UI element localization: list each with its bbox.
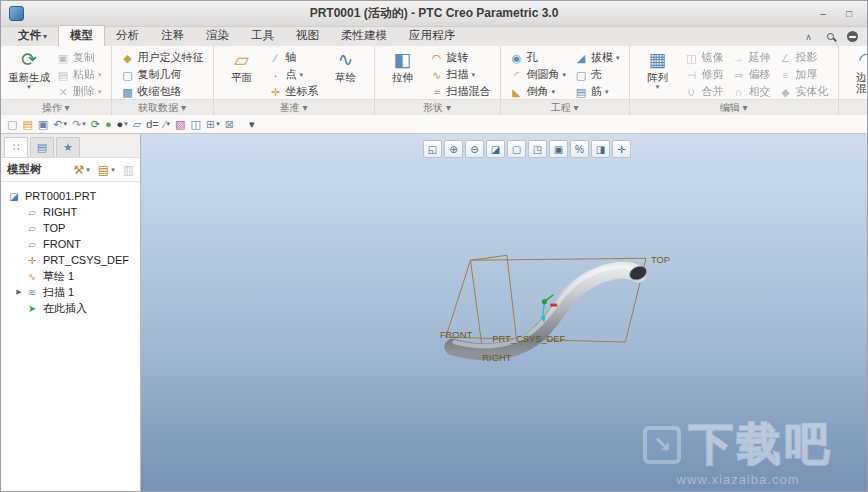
ribbon-button-thicken[interactable]: ≡加厚 [777, 66, 831, 83]
ribbon-button-copy-geometry[interactable]: ▢复制几何 [119, 66, 206, 83]
ribbon-button-axis[interactable]: ∕轴 [267, 49, 321, 66]
tree-item-prt_csys_def[interactable]: ✛PRT_CSYS_DEF [1, 252, 140, 268]
tab-view[interactable]: 视图 [285, 26, 330, 46]
ribbon-button-round[interactable]: ◜倒圆角▾ [508, 66, 569, 83]
datum-label-top[interactable]: TOP [651, 255, 670, 265]
measure-button[interactable]: ∕▾ [164, 117, 170, 132]
open-icon: ▤ [22, 117, 32, 132]
datum-label-csys[interactable]: PRT_CSYS_DEF [492, 334, 565, 344]
tab-annotate[interactable]: 注释 [150, 26, 195, 46]
search-icon[interactable] [824, 30, 837, 43]
ribbon-button-delete[interactable]: ✕删除▾ [54, 83, 104, 100]
ribbon-group-editing: ▦阵列▾◫镜像⊣修剪∪合并→延伸⇒偏移∩相交∠投影≡加厚◆实体化编辑 ▾ [630, 46, 839, 114]
ribbon-button-sketch[interactable]: ∿草绘 [323, 48, 369, 83]
paste-icon: ▤ [56, 68, 70, 82]
tree-item-top[interactable]: ▱TOP [1, 220, 140, 236]
ribbon-group-label-get-data[interactable]: 获取数据 ▾ [112, 99, 213, 115]
chamfer-icon: ◣ [510, 85, 524, 99]
collapse-ribbon-icon[interactable]: ∧ [802, 30, 815, 43]
tab-analysis[interactable]: 分析 [105, 26, 150, 46]
ribbon-button-extrude[interactable]: ◧拉伸 [380, 48, 426, 83]
expander-icon[interactable]: ▶ [13, 288, 25, 296]
ribbon-group-label-engineering[interactable]: 工程 ▾ [501, 99, 629, 115]
open-button[interactable]: ▤ [22, 117, 32, 132]
ribbon-group-label-surfaces[interactable]: 曲面 ▾ [839, 99, 868, 115]
ribbon-button-intersect[interactable]: ∩相交 [730, 83, 773, 100]
ribbon-button-revolve[interactable]: ◠旋转 [428, 49, 493, 66]
ribbon-button-coordinate-system[interactable]: ✛坐标系 [267, 83, 321, 100]
ribbon-button-shrinkwrap[interactable]: ▩收缩包络 [119, 83, 206, 100]
toolbar-options-button[interactable]: ▾ [249, 117, 255, 132]
save-button[interactable]: ▣ [38, 117, 48, 132]
redo-button[interactable]: ↷▾ [72, 117, 86, 132]
section-plane-button[interactable]: ▱ [133, 117, 141, 132]
model-tree-tab[interactable]: ∷ [4, 137, 28, 157]
tab-applications[interactable]: 应用程序 [398, 26, 466, 46]
ribbon-button-extend[interactable]: →延伸 [730, 49, 773, 66]
appearance-gallery-button[interactable]: ●▾ [117, 117, 128, 132]
ribbon-button-user-defined-feature[interactable]: ◆用户定义特征 [119, 49, 206, 66]
ribbon-button-shell[interactable]: ▢壳 [572, 66, 622, 83]
minimize-button[interactable]: – [815, 8, 831, 19]
close-window-button[interactable]: ⊠ [225, 117, 234, 132]
ribbon-button-regenerate[interactable]: ⟳重新生成▾ [6, 48, 52, 90]
ribbon-button-datum-plane[interactable]: ▱平面 [219, 48, 265, 83]
favorites-tab[interactable]: ★ [56, 137, 80, 157]
window-controls: –□ [815, 8, 867, 19]
3d-model-view[interactable]: TOP FRONT RIGHT PRT_CSYS_DEF [141, 134, 867, 491]
parameters-button[interactable]: d= [146, 117, 159, 132]
tree-item-在此插入[interactable]: ➤在此插入 [1, 300, 140, 316]
ribbon-button-draft[interactable]: ◢拔模▾ [572, 49, 622, 66]
ribbon-button-point[interactable]: ∙点▾ [267, 66, 321, 83]
tab-render[interactable]: 渲染 [195, 26, 240, 46]
creo-app-icon[interactable] [9, 6, 24, 21]
tab-flexible-modeling[interactable]: 柔性建模 [330, 26, 398, 46]
ribbon-button-trim[interactable]: ⊣修剪 [683, 66, 726, 83]
ribbon-button-copy[interactable]: ▣复制 [54, 49, 104, 66]
ribbon-button-sweep[interactable]: ∿扫描▾ [428, 66, 493, 83]
image-capture-button[interactable]: ▧ [175, 117, 185, 132]
windows-button[interactable]: ⊞▾ [206, 117, 220, 132]
render-scene-button[interactable]: ● [105, 117, 112, 132]
tab-tools[interactable]: 工具 [240, 26, 285, 46]
ribbon-button-swept-blend[interactable]: ≈扫描混合 [428, 83, 493, 100]
tab-file[interactable]: 文件▾ [7, 26, 58, 46]
datum-label-right[interactable]: RIGHT [482, 353, 511, 363]
ribbon-button-mirror[interactable]: ◫镜像 [683, 49, 726, 66]
maximize-button[interactable]: □ [841, 8, 857, 19]
ribbon-button-pattern[interactable]: ▦阵列▾ [635, 48, 681, 90]
folder-browser-tab[interactable]: ▤ [30, 137, 54, 157]
tree-item-label: 在此插入 [43, 301, 87, 316]
tree-item-草绘-1[interactable]: ∿草绘 1 [1, 268, 140, 284]
delete-icon: ✕ [56, 85, 70, 99]
tree-settings-icon[interactable]: ⚒▾ [74, 163, 90, 177]
tree-item-扫描-1[interactable]: ▶≋扫描 1 [1, 284, 140, 300]
ribbon-button-paste[interactable]: ▤粘贴▾ [54, 66, 104, 83]
tree-item-prt0001.prt[interactable]: ◪PRT0001.PRT [1, 188, 140, 204]
graphics-area[interactable]: ◱⊕⊖◪▢◳▣%◨✛ [141, 134, 867, 491]
model-display-button[interactable]: ◫ [191, 117, 201, 132]
datum-label-front[interactable]: FRONT [440, 330, 473, 340]
ribbon-group-label-editing[interactable]: 编辑 ▾ [630, 99, 838, 115]
ribbon-button-solidify[interactable]: ◆实体化 [777, 83, 831, 100]
ribbon-button-offset[interactable]: ⇒偏移 [730, 66, 773, 83]
tree-item-front[interactable]: ▱FRONT [1, 236, 140, 252]
ribbon-button-hole[interactable]: ◉孔 [508, 49, 569, 66]
ribbon-button-boundary-blend[interactable]: ◠边界 混合 [844, 48, 868, 94]
ribbon-button-merge[interactable]: ∪合并 [683, 83, 726, 100]
ribbon-button-rib[interactable]: ▤筋▾ [572, 83, 622, 100]
regenerate-button[interactable]: ⟳ [91, 117, 100, 132]
ribbon-group-label-datum[interactable]: 基准 ▾ [214, 99, 374, 115]
ribbon-group-label-operations[interactable]: 操作 ▾ [1, 99, 111, 115]
new-file-button[interactable]: ▢ [7, 117, 17, 132]
tree-item-label: FRONT [43, 238, 81, 250]
undo-button[interactable]: ↶▾ [53, 117, 67, 132]
ribbon-button-chamfer[interactable]: ◣倒角▾ [508, 83, 569, 100]
tree-item-right[interactable]: ▱RIGHT [1, 204, 140, 220]
ribbon-button-project[interactable]: ∠投影 [777, 49, 831, 66]
tree-filters-icon[interactable]: ▤▾ [98, 163, 115, 177]
help-icon[interactable] [846, 30, 859, 43]
extend-icon: → [732, 51, 746, 65]
tab-model[interactable]: 模型 [58, 25, 105, 46]
ribbon-group-label-shapes[interactable]: 形状 ▾ [375, 99, 500, 115]
